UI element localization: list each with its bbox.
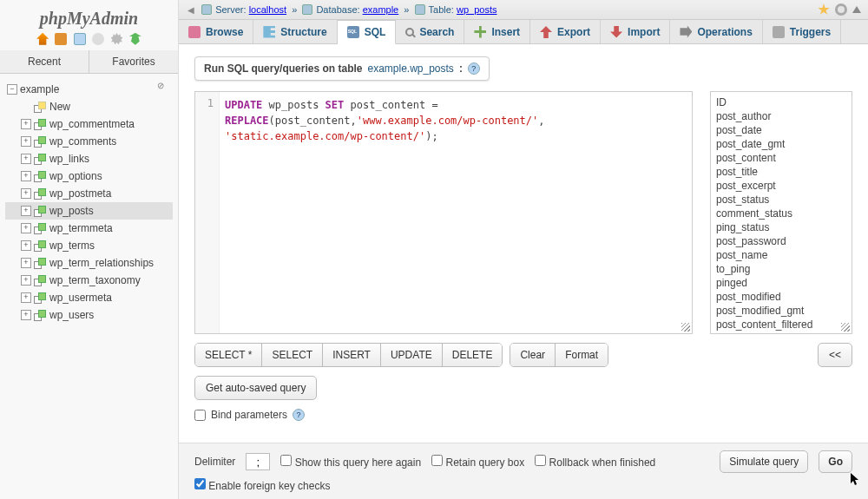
tab-import[interactable]: Import: [601, 20, 670, 43]
clear-button[interactable]: Clear: [510, 344, 556, 366]
sidebar-tabs: Recent Favorites: [0, 50, 178, 74]
bind-params-label: Bind parameters: [211, 409, 287, 421]
triggers-icon: [773, 26, 785, 38]
format-button[interactable]: Format: [556, 344, 608, 366]
column-item[interactable]: ping_status: [714, 220, 848, 234]
tree-table-wp_options[interactable]: +wp_options: [5, 167, 173, 185]
tab-triggers[interactable]: Triggers: [763, 20, 841, 43]
column-item[interactable]: post_title: [714, 165, 848, 179]
insert-column-button[interactable]: <<: [818, 343, 852, 367]
delete-button[interactable]: DELETE: [443, 344, 503, 366]
tree-table-wp_links[interactable]: +wp_links: [5, 150, 173, 167]
import-icon: [610, 26, 622, 38]
run-target[interactable]: example.wp_posts: [367, 62, 453, 75]
tree-table-wp_posts[interactable]: +wp_posts: [5, 202, 173, 220]
theme-icon[interactable]: [92, 33, 104, 45]
resize-handle[interactable]: [681, 323, 690, 332]
column-item[interactable]: to_ping: [714, 262, 848, 276]
select-button[interactable]: SELECT: [262, 344, 323, 366]
page-settings-icon[interactable]: [835, 3, 847, 16]
tree-db[interactable]: −example: [5, 81, 173, 98]
tab-label: SQL: [365, 26, 386, 38]
tab-browse[interactable]: Browse: [179, 20, 253, 43]
column-item[interactable]: post_excerpt: [714, 179, 848, 193]
sidebar-tab-recent[interactable]: Recent: [0, 50, 89, 73]
column-item[interactable]: ID: [714, 95, 848, 109]
tab-label: Import: [628, 26, 660, 38]
column-item[interactable]: post_password: [714, 234, 848, 248]
sql-icon: [347, 26, 359, 38]
autosaved-button[interactable]: Get auto-saved query: [194, 376, 317, 400]
column-item[interactable]: post_content_filtered: [714, 318, 848, 332]
tab-insert[interactable]: Insert: [464, 20, 530, 43]
sql-template-buttons: SELECT * SELECT INSERT UPDATE DELETE: [194, 343, 503, 367]
column-item[interactable]: post_status: [714, 193, 848, 207]
docs-icon[interactable]: [74, 33, 86, 45]
help-icon[interactable]: ?: [468, 62, 480, 75]
tree-table-wp_comments[interactable]: +wp_comments: [5, 133, 173, 150]
logo[interactable]: phpMyAdmin: [0, 0, 178, 32]
simulate-button[interactable]: Simulate query: [720, 450, 808, 473]
collapse-panel-icon[interactable]: [852, 6, 861, 13]
tree-table-wp_terms[interactable]: +wp_terms: [5, 237, 173, 254]
table-icon: [34, 206, 46, 215]
retain-checkbox[interactable]: [431, 455, 443, 466]
column-item[interactable]: post_author: [714, 109, 848, 123]
tree-table-wp_termmeta[interactable]: +wp_termmeta: [5, 220, 173, 237]
delimiter-input[interactable]: [246, 453, 270, 470]
tree-table-wp_commentmeta[interactable]: +wp_commentmeta: [5, 115, 173, 133]
insert-button[interactable]: INSERT: [323, 344, 381, 366]
tree-table-wp_term_taxonomy[interactable]: +wp_term_taxonomy: [5, 272, 173, 289]
bind-params-checkbox[interactable]: [194, 410, 206, 421]
update-button[interactable]: UPDATE: [381, 344, 443, 366]
rollback-checkbox[interactable]: [535, 455, 546, 466]
server-icon: [201, 4, 212, 15]
bc-table[interactable]: wp_posts: [457, 4, 496, 15]
tab-export[interactable]: Export: [530, 20, 601, 43]
tab-sql[interactable]: SQL: [338, 20, 397, 44]
column-item[interactable]: post_date: [714, 123, 848, 137]
bc-database[interactable]: example: [363, 4, 399, 15]
breadcrumb: ◀ Server: localhost » Database: example …: [179, 0, 868, 20]
column-item[interactable]: comment_status: [714, 207, 848, 220]
column-item[interactable]: post_modified: [714, 290, 848, 304]
tree-table-wp_postmeta[interactable]: +wp_postmeta: [5, 185, 173, 202]
line-gutter: 1: [195, 92, 220, 333]
help-icon[interactable]: ?: [293, 409, 305, 421]
go-button[interactable]: Go: [819, 450, 852, 473]
tree-table-wp_term_relationships[interactable]: +wp_term_relationships: [5, 254, 173, 272]
column-item[interactable]: post_modified_gmt: [714, 304, 848, 318]
column-list[interactable]: IDpost_authorpost_datepost_date_gmtpost_…: [710, 91, 852, 334]
column-item[interactable]: post_content: [714, 151, 848, 165]
browse-icon: [188, 26, 201, 38]
collapse-link-icon[interactable]: ⊘: [157, 81, 164, 90]
sql-editor[interactable]: 1 UPDATE wp_posts SET post_content = REP…: [194, 91, 693, 334]
tab-structure[interactable]: Structure: [253, 20, 337, 43]
nav-left-icon[interactable]: ◀: [187, 5, 194, 15]
tab-search[interactable]: Search: [396, 20, 464, 43]
column-item[interactable]: pinged: [714, 276, 848, 290]
foreign-key-checkbox[interactable]: [194, 478, 206, 489]
resize-handle[interactable]: [841, 323, 850, 332]
exit-icon[interactable]: [55, 33, 67, 45]
favorite-icon[interactable]: [818, 3, 830, 16]
tree-new[interactable]: New: [5, 98, 173, 115]
sql-code[interactable]: UPDATE wp_posts SET post_content = REPLA…: [225, 97, 687, 328]
show-again-checkbox[interactable]: [280, 455, 292, 466]
select-star-button[interactable]: SELECT *: [195, 344, 262, 366]
sidebar: phpMyAdmin Recent Favorites ⊘ −exampleNe…: [0, 0, 179, 499]
bc-server[interactable]: localhost: [249, 4, 286, 15]
tab-operations[interactable]: Operations: [670, 20, 762, 43]
tree-table-wp_users[interactable]: +wp_users: [5, 306, 173, 324]
sidebar-tab-favorites[interactable]: Favorites: [89, 50, 178, 73]
home-icon[interactable]: [36, 33, 49, 45]
column-item[interactable]: post_name: [714, 248, 848, 262]
refresh-icon[interactable]: [129, 33, 141, 45]
table-icon: [415, 4, 425, 15]
table-icon: [34, 310, 46, 319]
tab-label: Search: [419, 26, 454, 38]
settings-icon[interactable]: [111, 33, 123, 45]
column-item[interactable]: post_date_gmt: [714, 137, 848, 151]
bc-table-label: Table:: [429, 4, 454, 15]
tree-table-wp_usermeta[interactable]: +wp_usermeta: [5, 289, 173, 306]
